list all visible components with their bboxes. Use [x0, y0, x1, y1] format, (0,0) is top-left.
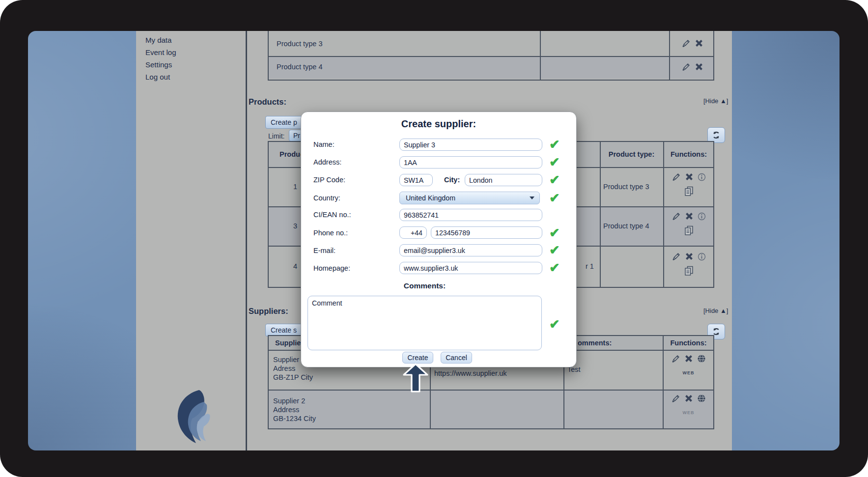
- app-page: My data Event log Settings Log out Produ…: [28, 31, 840, 450]
- delete-icon[interactable]: [695, 63, 703, 71]
- city-field[interactable]: [465, 174, 542, 186]
- delete-icon[interactable]: [685, 212, 693, 220]
- edit-icon[interactable]: [672, 354, 680, 363]
- suppliers-header-functions: Functions:: [663, 339, 714, 347]
- supplier-fragment: r 1: [586, 262, 594, 270]
- homepage-label: Homepage:: [313, 264, 350, 272]
- products-header-product-type: Product type:: [600, 150, 663, 158]
- valid-check-icon: ✔: [549, 226, 560, 239]
- info-icon[interactable]: [698, 173, 706, 181]
- annotation-arrow-up: [403, 363, 428, 393]
- edit-icon[interactable]: [672, 172, 681, 181]
- valid-check-icon: ✔: [549, 318, 560, 331]
- sidebar-item-settings[interactable]: Settings: [145, 60, 172, 69]
- company-swirl-logo: [169, 388, 214, 446]
- name-label: Name:: [313, 140, 335, 148]
- phone-field[interactable]: [431, 226, 542, 239]
- sidebar-item-my-data[interactable]: My data: [145, 36, 171, 44]
- copy-icon[interactable]: [683, 186, 695, 197]
- homepage-field[interactable]: [399, 262, 542, 274]
- screenshot-stage: My data Event log Settings Log out Produ…: [0, 0, 868, 477]
- edit-icon[interactable]: [672, 252, 681, 261]
- product-type-cell: Product type 4: [603, 222, 649, 230]
- valid-check-icon: ✔: [549, 138, 560, 151]
- phone-prefix-field[interactable]: [399, 226, 427, 239]
- copy-icon[interactable]: [683, 265, 695, 277]
- edit-icon[interactable]: [672, 394, 680, 403]
- sidebar-divider: [246, 31, 247, 450]
- suppliers-header-comments: omments:: [578, 339, 612, 347]
- supplier-homepage: https://www.supplier.uk: [434, 369, 507, 377]
- table-row: [269, 56, 713, 79]
- sidebar-item-log-out[interactable]: Log out: [145, 73, 170, 81]
- suppliers-heading: Suppliers:: [249, 307, 288, 316]
- country-label: Country:: [313, 194, 340, 202]
- edit-icon[interactable]: [682, 62, 691, 71]
- chevron-down-icon: [530, 196, 534, 199]
- supplier-address: Address: [273, 406, 299, 414]
- delete-icon[interactable]: [685, 355, 693, 363]
- country-select[interactable]: United Kingdom: [399, 192, 540, 204]
- dialog-title: Create supplier:: [301, 118, 576, 130]
- supplier-city: GB-1234 City: [273, 415, 316, 422]
- cancel-button[interactable]: Cancel: [441, 352, 472, 364]
- product-type-name: Product type 4: [277, 63, 323, 71]
- phone-label: Phone no.:: [313, 229, 348, 237]
- supplier-name: Supplier: [273, 356, 299, 364]
- email-field[interactable]: [399, 244, 542, 256]
- name-field[interactable]: [399, 139, 542, 151]
- product-no: 1: [269, 183, 297, 191]
- product-type-cell: Product type 3: [603, 183, 649, 191]
- suppliers-header-supplier: Supplie: [275, 339, 301, 347]
- products-hide-link[interactable]: [Hide ▲]: [703, 97, 728, 105]
- limit-dropdown-value: Pr: [293, 132, 300, 140]
- city-label: City:: [444, 176, 460, 184]
- create-supplier-dialog: Create supplier: Name: ✔ Address: ✔ ZIP …: [301, 112, 577, 367]
- create-button[interactable]: Create: [402, 352, 433, 364]
- supplier-address: Adress: [273, 365, 295, 372]
- valid-check-icon: ✔: [549, 244, 560, 256]
- suppliers-hide-link[interactable]: [Hide ▲]: [703, 307, 728, 314]
- info-icon[interactable]: [698, 253, 706, 261]
- copy-icon[interactable]: [683, 225, 695, 236]
- product-no: 3: [269, 222, 297, 230]
- supplier-city: GB-Z1P City: [273, 373, 313, 381]
- valid-check-icon: ✔: [549, 173, 560, 186]
- comments-field[interactable]: [308, 296, 542, 350]
- zip-field[interactable]: [399, 174, 433, 186]
- table-row: [269, 31, 713, 56]
- country-select-value: United Kingdom: [406, 194, 455, 202]
- edit-icon[interactable]: [672, 212, 681, 221]
- edit-icon[interactable]: [682, 39, 691, 48]
- zip-label: ZIP Code:: [313, 176, 345, 184]
- valid-check-icon: ✔: [549, 261, 560, 274]
- ciean-field[interactable]: [399, 209, 542, 221]
- email-label: E-mail:: [313, 247, 336, 254]
- sidebar-item-event-log[interactable]: Event log: [145, 48, 176, 56]
- refresh-icon: [711, 130, 721, 140]
- table-row: [269, 390, 713, 428]
- products-header-functions: Functions:: [663, 150, 714, 158]
- globe-icon[interactable]: [697, 394, 706, 403]
- web-link-label[interactable]: WEB: [663, 410, 714, 415]
- delete-icon[interactable]: [685, 394, 693, 402]
- address-label: Address:: [313, 158, 341, 166]
- delete-icon[interactable]: [685, 253, 693, 260]
- supplier-name: Supplier 2: [273, 397, 305, 405]
- products-heading: Products:: [249, 97, 286, 107]
- delete-icon[interactable]: [695, 39, 703, 47]
- product-type-name: Product type 3: [277, 40, 323, 48]
- web-link-label[interactable]: WEB: [663, 370, 714, 375]
- info-icon[interactable]: [698, 212, 706, 221]
- globe-icon[interactable]: [697, 354, 706, 363]
- limit-label: Limit:: [268, 132, 284, 140]
- ciean-label: CI/EAN no.:: [313, 211, 351, 219]
- address-field[interactable]: [399, 156, 542, 168]
- delete-icon[interactable]: [685, 173, 693, 181]
- valid-check-icon: ✔: [549, 156, 560, 168]
- comments-label: Comments:: [308, 281, 542, 290]
- product-no: 4: [269, 262, 297, 270]
- valid-check-icon: ✔: [549, 192, 560, 204]
- sidebar-panel: [136, 31, 246, 450]
- product-types-table: Product type 3 Product type 4: [268, 31, 714, 81]
